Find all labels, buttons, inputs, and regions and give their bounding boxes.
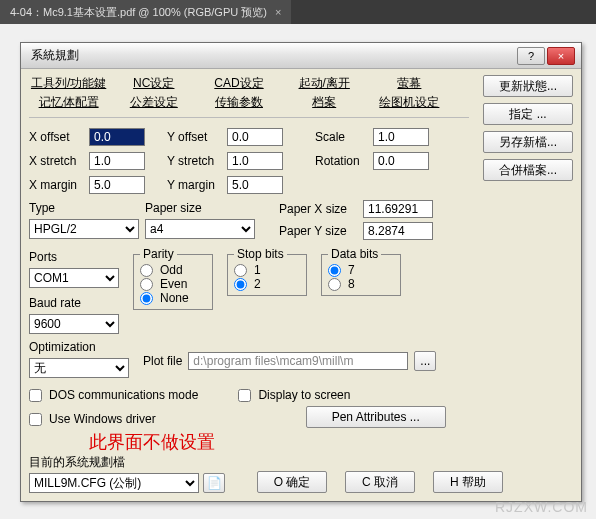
type-label: Type bbox=[29, 201, 139, 215]
file-open-icon[interactable]: 📄 bbox=[203, 473, 225, 493]
x-margin-label: X margin bbox=[29, 178, 91, 192]
cancel-button[interactable]: C 取消 bbox=[345, 471, 415, 493]
x-stretch-input[interactable] bbox=[89, 152, 145, 170]
pen-attributes-button[interactable]: Pen Attributes ... bbox=[306, 406, 446, 428]
x-offset-label: X offset bbox=[29, 130, 91, 144]
help-button[interactable]: H 帮助 bbox=[433, 471, 503, 493]
system-plan-dialog: 系統規劃 ? × 工具列/功能鍵 NC设定 CAD设定 起动/离开 萤幕 记忆体… bbox=[20, 42, 582, 502]
navlink[interactable]: 记忆体配置 bbox=[29, 94, 108, 111]
navlink[interactable]: 档案 bbox=[285, 94, 364, 111]
optimization-select[interactable]: 无 bbox=[29, 358, 129, 378]
plot-file-label: Plot file bbox=[143, 354, 182, 368]
titlebar-help-button[interactable]: ? bbox=[517, 47, 545, 65]
app-tab-bar: 4-04：Mc9.1基本设置.pdf @ 100% (RGB/GPU 预览) × bbox=[0, 0, 596, 24]
y-stretch-label: Y stretch bbox=[167, 154, 229, 168]
divider bbox=[29, 117, 469, 118]
current-file-label: 目前的系统规劃檔 bbox=[29, 454, 239, 471]
databits-8-radio[interactable] bbox=[328, 278, 341, 291]
y-offset-label: Y offset bbox=[167, 130, 229, 144]
paper-size-select[interactable]: a4 bbox=[145, 219, 255, 239]
navlink[interactable]: CAD设定 bbox=[199, 75, 278, 92]
stopbits-2-radio[interactable] bbox=[234, 278, 247, 291]
display-screen-label: Display to screen bbox=[258, 388, 350, 402]
merge-file-button[interactable]: 合併檔案... bbox=[483, 159, 573, 181]
use-win-driver-label: Use Windows driver bbox=[49, 412, 156, 426]
ok-button[interactable]: O 确定 bbox=[257, 471, 327, 493]
type-select[interactable]: HPGL/2 bbox=[29, 219, 139, 239]
baud-label: Baud rate bbox=[29, 296, 119, 310]
navlink[interactable]: 工具列/功能鍵 bbox=[29, 75, 108, 92]
baud-select[interactable]: 9600 bbox=[29, 314, 119, 334]
ports-label: Ports bbox=[29, 250, 119, 264]
databits-group: Data bits 7 8 bbox=[321, 254, 401, 296]
use-win-driver-row: Use Windows driver bbox=[29, 412, 156, 426]
navlink[interactable]: NC设定 bbox=[114, 75, 193, 92]
dialog-titlebar: 系統規劃 ? × bbox=[21, 43, 581, 69]
document-tab-label: 4-04：Mc9.1基本设置.pdf @ 100% (RGB/GPU 预览) bbox=[10, 5, 267, 20]
tab-close-icon[interactable]: × bbox=[275, 6, 281, 18]
red-note: 此界面不做设置 bbox=[89, 430, 573, 454]
dos-mode-row: DOS communications mode bbox=[29, 388, 198, 402]
right-button-column: 更新狀態... 指定 ... 另存新檔... 合併檔案... bbox=[483, 75, 573, 181]
x-margin-input[interactable] bbox=[89, 176, 145, 194]
titlebar-close-button[interactable]: × bbox=[547, 47, 575, 65]
stopbits-1-radio[interactable] bbox=[234, 264, 247, 277]
plot-file-input[interactable] bbox=[188, 352, 408, 370]
dialog-title: 系統規劃 bbox=[31, 47, 515, 64]
parity-even-radio[interactable] bbox=[140, 278, 153, 291]
scale-label: Scale bbox=[315, 130, 377, 144]
use-win-driver-checkbox[interactable] bbox=[29, 413, 42, 426]
rotation-input[interactable] bbox=[373, 152, 429, 170]
databits-legend: Data bits bbox=[328, 247, 381, 261]
stopbits-legend: Stop bits bbox=[234, 247, 287, 261]
y-margin-input[interactable] bbox=[227, 176, 283, 194]
plot-file-browse-button[interactable]: ... bbox=[414, 351, 436, 371]
navlink[interactable]: 公差设定 bbox=[114, 94, 193, 111]
y-margin-label: Y margin bbox=[167, 178, 229, 192]
dialog-bottom-bar: 目前的系统规劃檔 MILL9M.CFG (公制) 📄 O 确定 C 取消 H 帮… bbox=[29, 454, 573, 493]
current-file-select[interactable]: MILL9M.CFG (公制) bbox=[29, 473, 199, 493]
navlink[interactable]: 传输参数 bbox=[199, 94, 278, 111]
parity-legend: Parity bbox=[140, 247, 177, 261]
parity-none-radio[interactable] bbox=[140, 292, 153, 305]
parity-group: Parity Odd Even None bbox=[133, 254, 213, 310]
offset-params: X offset Y offset Scale X stretch Y stre… bbox=[29, 128, 459, 194]
rotation-label: Rotation bbox=[315, 154, 377, 168]
stopbits-group: Stop bits 1 2 bbox=[227, 254, 307, 296]
watermark: RJZXW.COM bbox=[495, 499, 588, 515]
dos-mode-label: DOS communications mode bbox=[49, 388, 198, 402]
y-offset-input[interactable] bbox=[227, 128, 283, 146]
optimization-label: Optimization bbox=[29, 340, 129, 354]
section-nav: 工具列/功能鍵 NC设定 CAD设定 起动/离开 萤幕 记忆体配置 公差设定 传… bbox=[29, 75, 449, 111]
display-screen-checkbox[interactable] bbox=[238, 389, 251, 402]
document-tab[interactable]: 4-04：Mc9.1基本设置.pdf @ 100% (RGB/GPU 预览) × bbox=[0, 0, 291, 24]
dos-mode-checkbox[interactable] bbox=[29, 389, 42, 402]
paper-y-label: Paper Y size bbox=[279, 224, 359, 238]
navlink[interactable]: 萤幕 bbox=[370, 75, 449, 92]
databits-7-radio[interactable] bbox=[328, 264, 341, 277]
navlink-active[interactable]: 绘图机设定 bbox=[370, 94, 449, 111]
parity-odd-radio[interactable] bbox=[140, 264, 153, 277]
x-stretch-label: X stretch bbox=[29, 154, 91, 168]
update-status-button[interactable]: 更新狀態... bbox=[483, 75, 573, 97]
paper-y-input[interactable] bbox=[363, 222, 433, 240]
scale-input[interactable] bbox=[373, 128, 429, 146]
display-screen-row: Display to screen bbox=[238, 388, 350, 402]
assign-button[interactable]: 指定 ... bbox=[483, 103, 573, 125]
paper-size-label: Paper size bbox=[145, 201, 255, 215]
y-stretch-input[interactable] bbox=[227, 152, 283, 170]
x-offset-input[interactable] bbox=[89, 128, 145, 146]
navlink[interactable]: 起动/离开 bbox=[285, 75, 364, 92]
paper-x-label: Paper X size bbox=[279, 202, 359, 216]
save-as-button[interactable]: 另存新檔... bbox=[483, 131, 573, 153]
paper-x-input[interactable] bbox=[363, 200, 433, 218]
ports-select[interactable]: COM1 bbox=[29, 268, 119, 288]
